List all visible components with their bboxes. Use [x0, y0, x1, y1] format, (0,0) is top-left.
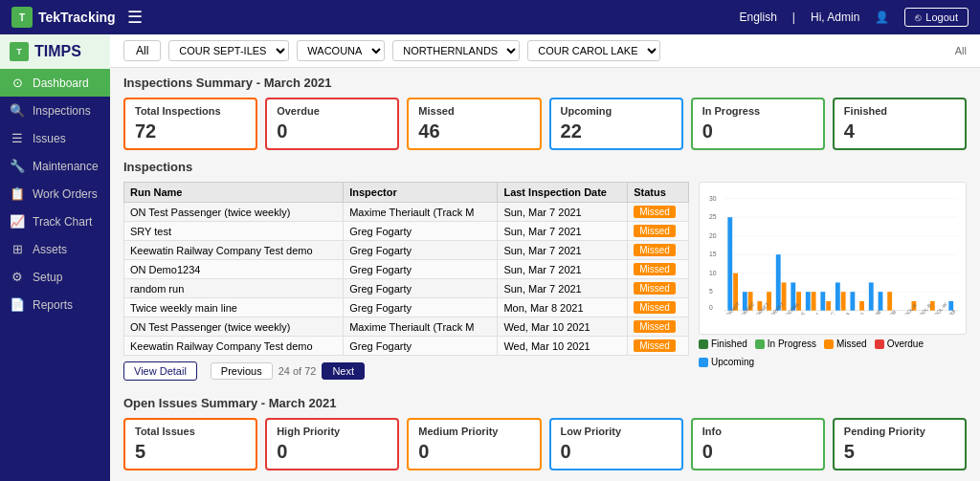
missed-card: Missed 46 — [407, 98, 541, 150]
cell-run: Twice weekly main line — [124, 298, 344, 317]
sidebar-item-dashboard[interactable]: ⊙ Dashboard — [0, 69, 110, 97]
logout-button[interactable]: ⎋ Logout — [904, 8, 969, 27]
filter-cour-sept-iles[interactable]: COUR SEPT-ILES — [168, 40, 289, 61]
filter-northernlands[interactable]: NORTHERNLANDS — [392, 40, 520, 61]
main-layout: T TIMPS ⊙ Dashboard 🔍 Inspections ☰ Issu… — [0, 34, 980, 481]
inspections-table: Run Name Inspector Last Inspection Date … — [123, 182, 689, 356]
sidebar-item-label: Dashboard — [33, 77, 89, 90]
brand-logo: T TekTracking — [11, 7, 116, 28]
legend-overdue-label: Overdue — [887, 339, 924, 349]
legend-in-progress: In Progress — [755, 339, 816, 349]
legend-missed-dot — [824, 339, 834, 349]
status-badge: Missed — [634, 320, 676, 333]
sidebar-item-label: Setup — [33, 271, 62, 284]
view-detail-button[interactable]: View Detail — [123, 361, 197, 381]
pending-priority-card: Pending Priority 5 — [833, 418, 967, 470]
cell-status: Missed — [628, 337, 689, 356]
missed-label: Missed — [418, 105, 529, 117]
total-issues-value: 5 — [135, 441, 246, 463]
total-inspections-card: Total Inspections 72 — [123, 98, 257, 150]
svg-rect-25 — [812, 292, 816, 311]
logout-icon: ⎋ — [915, 11, 922, 23]
sidebar-item-setup[interactable]: ⚙ Setup — [0, 263, 110, 291]
cell-inspector: Greg Fogarty — [344, 222, 498, 241]
sidebar-item-maintenance[interactable]: 🔧 Maintenance — [0, 152, 110, 180]
next-button[interactable]: Next — [322, 362, 365, 380]
svg-rect-14 — [727, 217, 732, 310]
status-badge: Missed — [634, 282, 676, 295]
filter-wacouna[interactable]: WACOUNA — [297, 40, 385, 61]
info-card: Info 0 — [691, 418, 825, 470]
sidebar-item-issues[interactable]: ☰ Issues — [0, 124, 110, 152]
svg-text:2-C: 2-C — [827, 310, 836, 315]
finished-value: 4 — [844, 120, 955, 142]
cell-status: Missed — [628, 279, 689, 298]
col-inspector: Inspector — [344, 183, 498, 203]
cell-date: Wed, Mar 10 2021 — [498, 337, 628, 356]
cell-run: Keewatin Railway Company Test demo — [124, 337, 344, 356]
sidebar-item-reports[interactable]: 📄 Reports — [0, 291, 110, 318]
legend-finished-label: Finished — [711, 339, 747, 349]
cell-inspector: Greg Fogarty — [344, 298, 498, 317]
filter-all-button[interactable]: All — [123, 40, 161, 61]
sidebar: T TIMPS ⊙ Dashboard 🔍 Inspections ☰ Issu… — [0, 34, 110, 481]
legend-overdue-dot — [875, 339, 884, 349]
finished-label: Finished — [844, 105, 955, 117]
sidebar-item-track-chart[interactable]: 📈 Track Chart — [0, 208, 110, 235]
sidebar-item-label: Work Orders — [33, 187, 98, 201]
svg-text:7-R8: 7-R8 — [946, 308, 957, 315]
cell-inspector: Greg Fogarty — [344, 260, 498, 279]
status-badge: Missed — [634, 301, 676, 314]
inspections-chart: 30 25 20 15 10 5 0 — [699, 182, 967, 335]
cell-date: Wed, Mar 10 2021 — [498, 317, 628, 337]
in-progress-card: In Progress 0 — [691, 98, 825, 150]
navbar-right: English | Hi, Admin 👤 ⎋ Logout — [740, 8, 969, 27]
table-row: random run Greg Fogarty Sun, Mar 7 2021 … — [124, 279, 689, 298]
col-status: Status — [628, 183, 689, 203]
inspections-content: Run Name Inspector Last Inspection Date … — [123, 182, 967, 381]
bar-chart-svg: 30 25 20 15 10 5 0 — [707, 190, 958, 315]
col-run-name: Run Name — [124, 183, 344, 203]
previous-button[interactable]: Previous — [211, 362, 273, 380]
cell-status: Missed — [628, 203, 689, 222]
total-inspections-label: Total Inspections — [135, 105, 246, 117]
high-priority-label: High Priority — [277, 426, 388, 437]
medium-priority-card: Medium Priority 0 — [407, 418, 541, 470]
top-navbar: T TekTracking ☰ English | Hi, Admin 👤 ⎋ … — [0, 0, 980, 34]
cell-date: Mon, Mar 8 2021 — [498, 298, 628, 317]
legend-upcoming-label: Upcoming — [711, 357, 754, 367]
cell-run: ON Test Passenger (twice weekly) — [124, 203, 344, 222]
filter-all-label: All — [955, 45, 967, 56]
cell-run: ON Demo1234 — [124, 260, 344, 279]
cell-run: ON Test Passenger (twice weekly) — [124, 317, 344, 337]
svg-rect-30 — [850, 292, 855, 311]
status-badge: Missed — [634, 244, 676, 256]
sidebar-item-work-orders[interactable]: 📋 Work Orders — [0, 180, 110, 208]
sidebar-item-label: Maintenance — [33, 160, 99, 173]
cell-status: Missed — [628, 260, 689, 279]
table-row: Keewatin Railway Company Test demo Greg … — [124, 241, 689, 260]
svg-text:0: 0 — [709, 302, 713, 311]
cell-inspector: Greg Fogarty — [344, 241, 498, 260]
sidebar-item-assets[interactable]: ⊞ Assets — [0, 235, 110, 263]
cell-date: Sun, Mar 7 2021 — [498, 222, 628, 241]
medium-priority-value: 0 — [418, 441, 529, 463]
svg-text:5: 5 — [709, 287, 713, 295]
reports-icon: 📄 — [10, 297, 25, 312]
filter-cour-carol-lake[interactable]: COUR CAROL LAKE — [527, 40, 660, 61]
hamburger-button[interactable]: ☰ — [127, 7, 143, 28]
issues-summary-section: Open Issues Summary - March 2021 Total I… — [110, 388, 980, 481]
sidebar-brand-icon: T — [10, 42, 29, 61]
sidebar-item-inspections[interactable]: 🔍 Inspections — [0, 97, 110, 124]
legend-in-progress-dot — [755, 339, 765, 349]
svg-rect-24 — [806, 292, 811, 311]
svg-rect-26 — [820, 292, 825, 311]
upcoming-card: Upcoming 22 — [549, 98, 683, 150]
overdue-value: 0 — [277, 120, 388, 142]
high-priority-card: High Priority 0 — [265, 418, 399, 470]
sidebar-item-label: Track Chart — [33, 215, 92, 229]
svg-rect-32 — [869, 282, 874, 310]
cell-status: Missed — [628, 241, 689, 260]
col-last-inspection-date: Last Inspection Date — [498, 183, 628, 203]
low-priority-value: 0 — [561, 441, 672, 463]
